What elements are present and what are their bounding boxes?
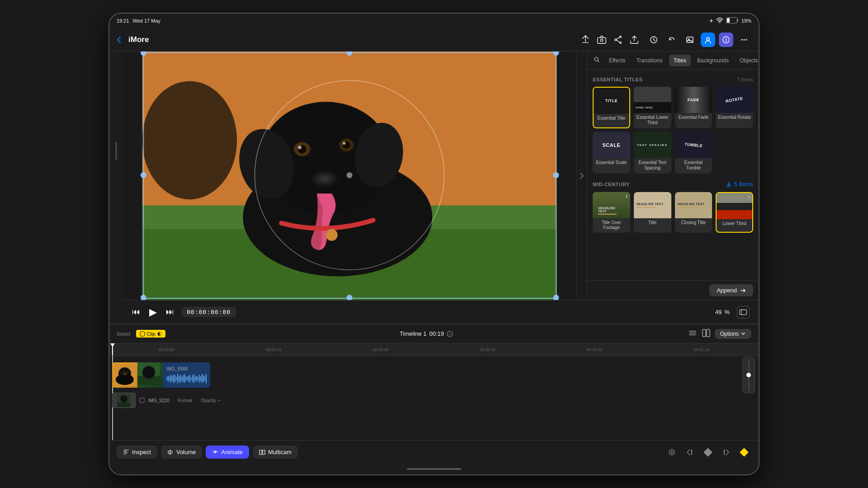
svg-point-28: [298, 145, 302, 149]
kf-add-before-btn[interactable]: [665, 445, 679, 460]
mc-title-card[interactable]: HEADLINE TEXT ⬇ Title: [634, 192, 671, 233]
tab-bar: Effects Transitions Titles Backgrounds O…: [587, 52, 759, 70]
wifi-icon: [716, 18, 723, 24]
view-mode-btn[interactable]: [737, 306, 750, 319]
svg-rect-69: [691, 450, 692, 455]
volume-label: Volume: [176, 449, 196, 455]
tab-titles[interactable]: Titles: [669, 55, 691, 66]
search-tab-icon[interactable]: [591, 55, 603, 66]
home-bar: [407, 468, 461, 470]
append-button[interactable]: Append: [709, 284, 753, 296]
essential-fade-card[interactable]: FADE Essential Fade: [675, 87, 712, 128]
wave-bar: [175, 375, 175, 382]
svg-point-4: [600, 39, 603, 42]
more-btn[interactable]: [737, 33, 751, 47]
wave-bar: [183, 375, 184, 382]
wave-bar: [166, 377, 167, 380]
mc-lower-third-card[interactable]: ⬇ Lower Third: [716, 192, 753, 233]
essential-title-card[interactable]: TITLE Essential Title: [593, 87, 630, 128]
wave-bar: [179, 375, 179, 382]
mid-century-title: MID-CENTURY: [593, 182, 630, 187]
format-dot: ·: [196, 398, 197, 403]
kf-nav-right-btn[interactable]: [719, 445, 733, 460]
timeline-duration: 00:19: [429, 330, 444, 337]
mc-closing-card[interactable]: HEADLINE TEXT ⬇ Closing Title: [675, 192, 712, 233]
essential-title-preview-text: TITLE: [605, 99, 618, 103]
mid-century-grid: HEADLINE TEXT ⬇ Title Over Footage: [593, 192, 753, 233]
keyframe-buttons: [665, 445, 751, 460]
inspect-label: Inspect: [132, 449, 151, 455]
kf-diamond: [703, 448, 712, 457]
essential-scale-card[interactable]: SCALE Essential Scale: [593, 132, 630, 174]
wave-bar: [170, 375, 171, 383]
format-button[interactable]: Format: [178, 398, 192, 403]
tab-effects[interactable]: Effects: [604, 55, 630, 66]
mc-title-over-footage-card[interactable]: HEADLINE TEXT ⬇ Title Over Footage: [593, 192, 630, 233]
svg-point-47: [594, 57, 598, 61]
magnetic-timeline-btn[interactable]: [688, 328, 698, 340]
svg-rect-63: [117, 403, 131, 407]
essential-titles-grid: TITLE Essential Title NAME HERE: [593, 87, 753, 174]
wave-bar: [172, 376, 173, 381]
clock-btn[interactable]: [646, 33, 661, 47]
play-btn[interactable]: ▶: [149, 306, 157, 318]
snap-btn[interactable]: [701, 328, 711, 340]
options-label: Options: [720, 331, 739, 337]
skip-forward-btn[interactable]: ⏭: [166, 307, 174, 317]
multicam-button[interactable]: Multicam: [253, 446, 298, 459]
top-bar-right: [646, 33, 751, 47]
bottom-bar: Inspect Volume Animate: [109, 440, 759, 464]
upload-icon[interactable]: [629, 35, 639, 45]
kf-active-diamond-btn[interactable]: [737, 445, 751, 460]
export-icon[interactable]: [580, 35, 590, 45]
home-indicator: [109, 464, 759, 474]
clip-thumb-2: [137, 362, 163, 388]
status-date: Wed 17 May: [133, 18, 161, 23]
svg-rect-66: [259, 450, 262, 455]
back-button[interactable]: [117, 36, 121, 43]
volume-button[interactable]: Volume: [161, 446, 202, 459]
clip-thumb-1: [112, 362, 137, 388]
panel-toggle[interactable]: [576, 52, 587, 300]
essential-rotate-label: Essential Rotate: [716, 113, 753, 123]
svg-point-57: [123, 372, 127, 375]
clip-block[interactable]: IMG_6588: [112, 362, 210, 388]
lower-third-text: NAME HERE: [636, 106, 653, 109]
options-button[interactable]: Options: [715, 329, 751, 339]
inspect-icon: [123, 449, 129, 455]
svg-point-56: [116, 374, 134, 385]
photo-btn[interactable]: [683, 33, 697, 47]
essential-rotate-card[interactable]: ROTATE Essential Rotate: [716, 87, 753, 128]
opacity-button[interactable]: Opacity: [201, 398, 222, 403]
status-bar: 19:21 Wed 17 May ✈ 19%: [109, 14, 759, 28]
wave-bar: [199, 375, 200, 383]
essential-text-spacing-card[interactable]: TEXT SPACING Essential Text Spacing: [634, 132, 671, 174]
essential-tumble-card[interactable]: TUMBLE Essential Tumble: [675, 132, 712, 174]
camera-icon[interactable]: [597, 35, 607, 45]
person-btn[interactable]: [701, 33, 715, 47]
mc-closing-bar: [678, 207, 697, 208]
img-thumb-svg: [117, 394, 131, 407]
inspect-button[interactable]: Inspect: [117, 446, 157, 459]
select-label: Select: [117, 331, 131, 337]
img-icon: [139, 398, 145, 403]
essential-lower-third-card[interactable]: NAME HERE Essential Lower Third: [634, 87, 671, 128]
skip-back-btn[interactable]: ⏮: [132, 307, 140, 317]
tab-transitions[interactable]: Transitions: [632, 55, 667, 66]
tab-objects[interactable]: Objects: [735, 55, 759, 66]
svg-rect-70: [724, 450, 725, 455]
essential-text-spacing-preview-text: TEXT SPACING: [637, 144, 668, 146]
timeline-tracks: IMG_6588: [109, 356, 759, 440]
animate-button[interactable]: Animate: [206, 446, 249, 459]
thumb-1-svg: [113, 364, 136, 386]
mid-century-download[interactable]: 5 Items: [726, 181, 753, 188]
mc-closing-label: Closing Title: [675, 218, 712, 228]
append-bar: Append: [587, 280, 759, 300]
timeline-title-center: Timeline 1 00:19: [171, 330, 682, 337]
share-icon[interactable]: [613, 35, 623, 45]
kf-nav-left-btn[interactable]: [683, 445, 697, 460]
tab-backgrounds[interactable]: Backgrounds: [693, 55, 733, 66]
info-btn[interactable]: [719, 33, 733, 47]
refresh-btn[interactable]: [665, 33, 679, 47]
kf-diamond-btn[interactable]: [701, 445, 715, 460]
